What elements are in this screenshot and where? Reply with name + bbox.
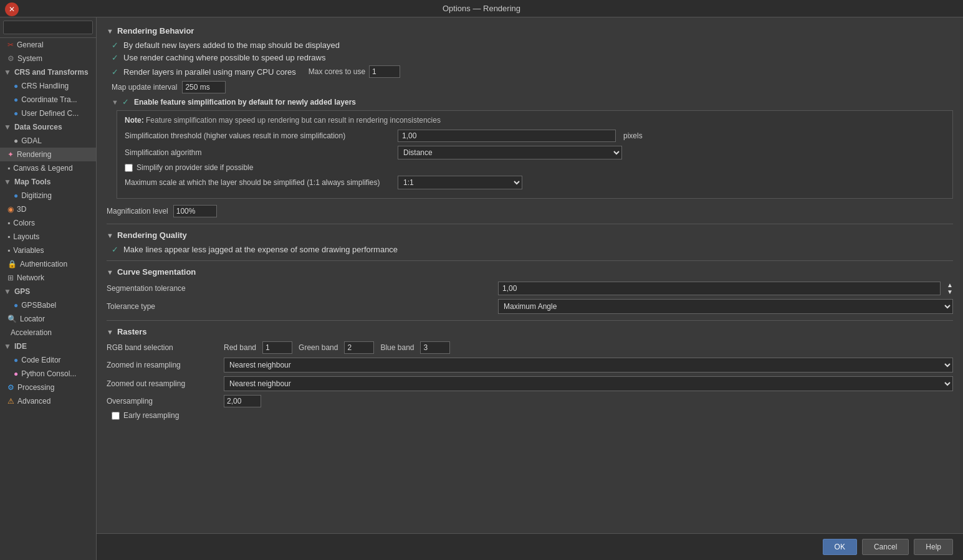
- early-resampling-row: Early resampling: [107, 411, 953, 420]
- circle-icon-crs-handling: ●: [14, 82, 18, 90]
- magnification-label: Magnification level: [107, 207, 168, 216]
- check-icon-antialiasing: ✓: [112, 245, 118, 254]
- checkbox-row-layers-displayed: ✓ By default new layers added to the map…: [107, 40, 953, 50]
- segmentation-tolerance-input[interactable]: [498, 282, 941, 295]
- simplify-provider-row: Simplify on provider side if possible: [125, 163, 945, 172]
- red-band-input[interactable]: [262, 341, 292, 354]
- sidebar-item-advanced[interactable]: ⚠ Advanced: [0, 394, 96, 408]
- sidebar-item-code-editor[interactable]: ● Code Editor: [0, 353, 96, 367]
- sidebar-item-python-console[interactable]: ● Python Consol...: [0, 367, 96, 381]
- sidebar-item-data-sources[interactable]: ▼ Data Sources: [0, 120, 96, 134]
- sidebar-item-authentication[interactable]: 🔒 Authentication: [0, 257, 96, 271]
- gear-icon-processing: ⚙: [7, 383, 14, 392]
- pixels-label: pixels: [623, 131, 643, 140]
- sidebar-item-coordinate[interactable]: ● Coordinate Tra...: [0, 93, 96, 107]
- sidebar-item-locator[interactable]: 🔍 Locator: [0, 312, 96, 326]
- sidebar-item-digitizing[interactable]: ● Digitizing: [0, 189, 96, 202]
- blue-band-input[interactable]: [420, 341, 450, 354]
- square-icon-layouts: ▪: [7, 232, 10, 241]
- rasters-label: Rasters: [117, 327, 147, 336]
- sphere-icon: ◉: [7, 205, 14, 214]
- sidebar-item-acceleration[interactable]: Acceleration: [0, 326, 96, 339]
- circle-icon-digitizing: ●: [14, 191, 18, 200]
- sidebar-label-gpsbabel: GPSBabel: [21, 301, 56, 310]
- sidebar-label-3d: 3D: [17, 205, 26, 214]
- sidebar-item-gdal[interactable]: ● GDAL: [0, 134, 96, 148]
- sidebar-item-system[interactable]: ⚙ System: [0, 52, 96, 65]
- magnification-input[interactable]: [173, 205, 217, 217]
- max-scale-row: Maximum scale at which the layer should …: [125, 176, 945, 189]
- feature-simplification-header: ▼ ✓ Enable feature simplification by def…: [107, 97, 953, 107]
- sidebar-item-colors[interactable]: ▪ Colors: [0, 216, 96, 230]
- sidebar-item-crs[interactable]: ▼ CRS and Transforms: [0, 65, 96, 79]
- sidebar-label-data-sources: Data Sources: [14, 123, 62, 131]
- map-update-input[interactable]: [182, 81, 226, 93]
- green-band-input[interactable]: [344, 341, 374, 354]
- red-band-label: Red band: [224, 343, 256, 352]
- segmentation-tolerance-row: Segmentation tolerance ▲▼: [107, 282, 953, 295]
- max-scale-label: Maximum scale at which the layer should …: [125, 178, 393, 187]
- sidebar-label-python: Python Consol...: [21, 369, 76, 378]
- zoomed-in-label: Zoomed in resampling: [107, 361, 219, 369]
- content-area: ▼ Rendering Behavior ✓ By default new la…: [97, 17, 963, 560]
- check-icon-parallel: ✓: [112, 67, 118, 77]
- close-button[interactable]: ✕: [5, 2, 19, 16]
- sidebar-label-processing: Processing: [17, 383, 54, 392]
- sidebar-item-layouts[interactable]: ▪ Layouts: [0, 230, 96, 244]
- max-cores-label: Max cores to use: [309, 67, 365, 76]
- sidebar-item-processing[interactable]: ⚙ Processing: [0, 381, 96, 394]
- max-scale-select[interactable]: 1:1 1:2500 1:5000: [398, 176, 522, 189]
- sidebar-item-network[interactable]: ⊞ Network: [0, 271, 96, 285]
- seg-spin-up[interactable]: ▲▼: [947, 282, 953, 295]
- sidebar-item-general[interactable]: ✂ General: [0, 38, 96, 52]
- simplify-provider-checkbox[interactable]: [125, 164, 133, 172]
- cancel-button[interactable]: Cancel: [862, 539, 909, 555]
- divider-curve: [107, 260, 953, 261]
- sidebar-label-coordinate: Coordinate Tra...: [21, 95, 77, 104]
- sidebar-item-gps[interactable]: ▼ GPS: [0, 285, 96, 298]
- sidebar-item-map-tools[interactable]: ▼ Map Tools: [0, 175, 96, 189]
- sidebar-label-network: Network: [17, 273, 44, 282]
- sidebar-item-variables[interactable]: ▪ Variables: [0, 244, 96, 257]
- circle-icon-code-editor: ●: [14, 356, 18, 364]
- sidebar-item-user-defined[interactable]: ● User Defined C...: [0, 107, 96, 120]
- zoomed-in-select[interactable]: Nearest neighbour Bilinear Cubic: [224, 358, 953, 373]
- content-scroll: ▼ Rendering Behavior ✓ By default new la…: [97, 17, 963, 533]
- simplification-algorithm-select[interactable]: Distance SnapToGrid Visvalingam: [398, 146, 622, 159]
- early-resampling-checkbox[interactable]: [112, 412, 120, 420]
- max-cores-input[interactable]: [369, 65, 400, 78]
- sidebar-item-gpsbabel[interactable]: ● GPSBabel: [0, 298, 96, 312]
- zoomed-out-select[interactable]: Nearest neighbour Bilinear Cubic: [224, 376, 953, 391]
- sidebar-item-rendering[interactable]: ✦ Rendering: [0, 148, 96, 161]
- ok-button[interactable]: OK: [823, 539, 857, 555]
- rendering-behavior-label: Rendering Behavior: [117, 26, 194, 36]
- window-title: Options — Rendering: [443, 4, 520, 13]
- rendering-quality-title: ▼ Rendering Quality: [107, 230, 953, 240]
- sidebar-item-3d[interactable]: ◉ 3D: [0, 202, 96, 216]
- sidebar-label-locator: Locator: [20, 315, 45, 323]
- sidebar-item-canvas[interactable]: ▪ Canvas & Legend: [0, 161, 96, 175]
- oversampling-input[interactable]: [224, 395, 261, 407]
- label-parallel: Render layers in parallel using many CPU…: [123, 67, 296, 77]
- square-icon-canvas: ▪: [7, 164, 10, 173]
- curve-segmentation-label: Curve Segmentation: [117, 267, 196, 277]
- sidebar-label-rendering: Rendering: [17, 150, 51, 159]
- sidebar-item-crs-handling[interactable]: ● CRS Handling: [0, 79, 96, 93]
- sidebar-label-canvas: Canvas & Legend: [13, 164, 72, 173]
- arrow-icon-quality: ▼: [107, 232, 113, 239]
- note-bold: Note:: [125, 116, 144, 125]
- sidebar-label-code-editor: Code Editor: [21, 356, 60, 364]
- search-input[interactable]: [3, 21, 93, 34]
- title-bar: ✕ Options — Rendering: [0, 0, 963, 17]
- main-container: ✂ General ⚙ System ▼ CRS and Transforms …: [0, 17, 963, 560]
- magnification-row: Magnification level: [107, 205, 953, 217]
- label-render-caching: Use render caching where possible to spe…: [123, 53, 325, 62]
- tolerance-type-select[interactable]: Maximum Angle Maximum Difference: [498, 299, 953, 314]
- help-button[interactable]: Help: [914, 539, 953, 555]
- simplification-threshold-row: Simplification threshold (higher values …: [125, 130, 945, 142]
- square-icon-colors: ▪: [7, 219, 10, 227]
- sidebar-item-ide[interactable]: ▼ IDE: [0, 339, 96, 353]
- triangle-icon-data-sources: ▼: [4, 123, 11, 131]
- simplification-threshold-input[interactable]: [398, 130, 616, 142]
- feature-simplification-label: Enable feature simplification by default…: [134, 98, 356, 107]
